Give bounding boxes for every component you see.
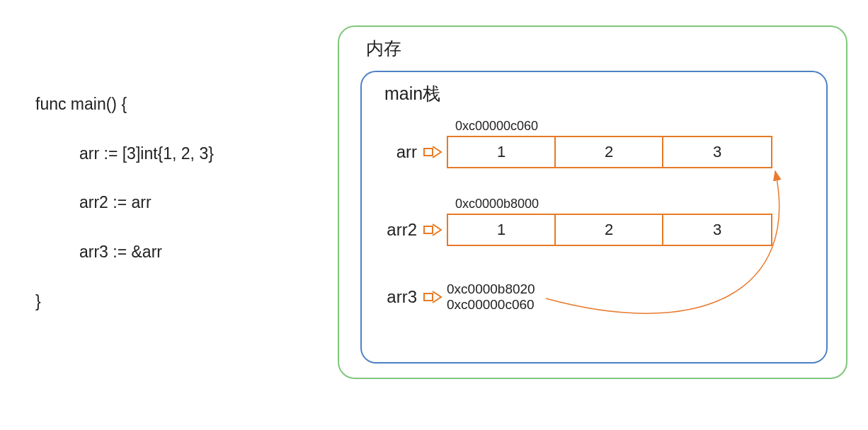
code-line-4: arr3 := &arr xyxy=(35,240,214,265)
arr-address: 0xc00000c060 xyxy=(455,119,538,134)
svg-rect-2 xyxy=(424,294,433,301)
arr2-cell-2: 3 xyxy=(663,215,771,245)
arr-cell-0: 1 xyxy=(448,137,556,167)
arr-label: arr xyxy=(377,142,417,162)
arr2-cell-0: 1 xyxy=(448,215,556,245)
code-line-1: func main() { xyxy=(35,92,214,117)
arr-cell-2: 3 xyxy=(663,137,771,167)
code-line-5: } xyxy=(35,289,214,315)
memory-outer-title: 内存 xyxy=(366,37,401,60)
stack-box: main栈 0xc00000c060 arr 1 2 3 0xc0000b800… xyxy=(360,71,828,364)
arr3-ptr-box: 0xc0000b8020 0xc00000c060 xyxy=(447,281,535,313)
arr3-value: 0xc00000c060 xyxy=(447,297,535,313)
svg-rect-0 xyxy=(424,149,433,156)
arr2-cells: 1 2 3 xyxy=(447,214,772,246)
svg-rect-1 xyxy=(424,226,433,233)
arr2-address: 0xc0000b8000 xyxy=(455,197,539,211)
arr2-cell-1: 2 xyxy=(556,215,663,245)
arr2-row: arr2 1 2 3 xyxy=(377,214,772,246)
arr-row: arr 1 2 3 xyxy=(377,136,772,168)
arr3-address: 0xc0000b8020 xyxy=(447,281,535,297)
arrow-icon xyxy=(423,291,442,303)
arr3-row: arr3 0xc0000b8020 0xc00000c060 xyxy=(377,281,535,313)
arrow-icon xyxy=(423,146,442,158)
memory-outer-box: 内存 main栈 0xc00000c060 arr 1 2 3 0xc0000b… xyxy=(338,25,847,379)
code-block: func main() { arr := [3]int{1, 2, 3} arr… xyxy=(35,92,214,314)
arr2-label: arr2 xyxy=(377,220,417,240)
code-line-3: arr2 := arr xyxy=(35,190,214,216)
arrow-icon xyxy=(423,223,442,236)
stack-title: main栈 xyxy=(384,82,440,105)
code-line-2: arr := [3]int{1, 2, 3} xyxy=(35,141,214,167)
arr-cells: 1 2 3 xyxy=(447,136,772,168)
arr-cell-1: 2 xyxy=(556,137,663,167)
arr3-label: arr3 xyxy=(377,287,417,307)
